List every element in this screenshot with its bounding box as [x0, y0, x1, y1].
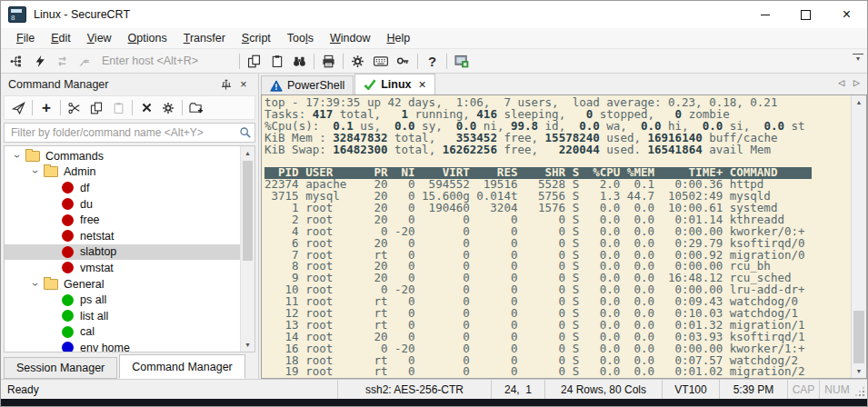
menu-view[interactable]: View [79, 30, 120, 46]
folder-icon [44, 166, 58, 177]
tree-item-du[interactable]: du [5, 196, 240, 213]
status-num-lock: NUM [819, 380, 854, 399]
tab-scroll-right-icon[interactable]: ▷ [853, 78, 860, 87]
tab-command-manager[interactable]: Command Manager [119, 354, 244, 379]
menu-options[interactable]: Options [120, 30, 175, 46]
find-icon[interactable] [288, 51, 311, 72]
help-icon[interactable]: ? [421, 51, 444, 72]
app-icon [8, 6, 26, 23]
tree-item-ps-all[interactable]: ps all [5, 292, 240, 308]
tree-item-label: cal [80, 325, 95, 338]
key-icon[interactable] [392, 51, 414, 72]
menu-help[interactable]: Help [378, 30, 418, 46]
copy-icon[interactable] [243, 51, 265, 72]
toolbar-overflow-icon[interactable]: ▾ [853, 54, 863, 64]
expand-chevron-icon[interactable]: › [11, 149, 24, 164]
scrollbar-thumb[interactable] [243, 161, 253, 261]
command-dot-icon [62, 294, 74, 306]
tree-item-vmstat[interactable]: vmstat [5, 260, 240, 276]
menu-transfer[interactable]: Transfer [175, 30, 234, 46]
connect-icon[interactable] [5, 51, 28, 72]
session-window-icon[interactable] [450, 51, 473, 72]
tab-close-icon[interactable]: × [419, 77, 426, 92]
toolbar-separator [446, 54, 447, 69]
terminal-scrollbar[interactable]: ▲ ▼ [851, 95, 866, 378]
terminal-screen[interactable]: top - 17:39:35 up 42 days, 1:06, 7 users… [262, 95, 851, 378]
panel-close-icon[interactable]: × [234, 75, 253, 94]
command-dot-icon [62, 246, 74, 258]
main-area: Command Manager × + [1, 74, 867, 379]
command-toolbar: + [4, 95, 255, 120]
copy-icon[interactable] [85, 98, 107, 117]
maximize-button[interactable] [785, 1, 826, 28]
status-caps-lock: CAP [787, 380, 819, 399]
tree-scrollbar[interactable]: ▲ ▼ [240, 146, 254, 352]
tree-item-env-home[interactable]: env home [5, 340, 240, 352]
terminal-line: 19 root rt 0 0 0 0 S 0.0 0.0 0:01.02 mig… [264, 366, 851, 378]
tab-scroll-left-icon[interactable]: ◁ [838, 78, 844, 87]
title-bar: Linux - SecureCRT × [1, 1, 867, 28]
reconnect-icon[interactable] [51, 51, 74, 72]
filter-box [4, 123, 255, 143]
new-folder-icon[interactable] [185, 98, 207, 117]
menu-script[interactable]: Script [234, 30, 279, 46]
scroll-down-icon[interactable]: ▼ [241, 338, 254, 352]
tree-item-cal[interactable]: cal [5, 324, 240, 341]
status-cipher: ssh2: AES-256-CTR [337, 380, 491, 399]
tab-session-manager[interactable]: Session Manager [4, 357, 117, 379]
pin-icon[interactable] [216, 75, 234, 94]
add-command-icon[interactable]: + [35, 98, 57, 117]
tree-item-Admin[interactable]: ›Admin [5, 164, 240, 181]
tree-item-netstat[interactable]: netstat [5, 228, 240, 244]
scroll-down-icon[interactable]: ▼ [852, 364, 866, 378]
warning-triangle-icon [270, 80, 283, 92]
menu-window[interactable]: Window [322, 30, 378, 46]
tree-item-label: vmstat [80, 262, 114, 274]
print-icon[interactable] [317, 51, 340, 72]
resize-grip[interactable] [854, 380, 867, 399]
tree-item-General[interactable]: ›General [5, 276, 240, 293]
tree-item-label: ps all [80, 293, 106, 306]
toolbar-separator [239, 54, 240, 69]
tab-label: Linux [381, 78, 411, 91]
status-emulation: VT100 [662, 380, 719, 399]
scroll-up-icon[interactable]: ▲ [852, 95, 866, 109]
paste-icon[interactable] [107, 98, 129, 117]
tree-item-label: Commands [45, 150, 104, 163]
toolbar-separator [32, 100, 33, 115]
tree-item-df[interactable]: df [5, 180, 240, 196]
menu-file[interactable]: File [8, 30, 43, 46]
minimize-button[interactable] [744, 1, 785, 28]
tab-linux[interactable]: Linux × [354, 74, 435, 94]
paste-icon[interactable] [265, 51, 288, 72]
quick-connect-icon[interactable] [28, 51, 51, 72]
quick-connect-host-input[interactable] [100, 54, 236, 68]
scroll-up-icon[interactable]: ▲ [241, 146, 254, 160]
scrollbar-thumb[interactable] [853, 311, 864, 363]
send-command-icon[interactable] [7, 98, 29, 117]
disconnect-icon[interactable] [74, 51, 96, 72]
tree-item-Commands[interactable]: ›Commands [5, 148, 240, 164]
expand-chevron-icon[interactable]: › [29, 164, 42, 179]
session-options-gear-icon[interactable] [346, 51, 369, 72]
delete-icon[interactable] [135, 98, 157, 117]
tree-item-free[interactable]: free [5, 212, 240, 228]
menu-bar: FileEditViewOptionsTransferScriptToolsWi… [1, 28, 867, 48]
close-button[interactable]: × [826, 1, 867, 28]
toolbar-separator [60, 100, 61, 115]
cut-icon[interactable] [64, 98, 85, 117]
filter-input[interactable] [9, 125, 239, 140]
tab-powershell[interactable]: PowerShell [261, 75, 354, 94]
tree-item-list-all[interactable]: list all [5, 308, 240, 324]
keymap-keyboard-icon[interactable] [369, 51, 392, 72]
status-cursor-position: 24, 1 [491, 380, 544, 399]
menu-edit[interactable]: Edit [43, 30, 79, 46]
command-options-gear-icon[interactable] [157, 98, 179, 117]
menu-tools[interactable]: Tools [279, 30, 322, 46]
expand-chevron-icon[interactable]: › [29, 277, 42, 292]
tree-item-label: env home [80, 342, 130, 352]
tree-item-slabtop[interactable]: slabtop [5, 244, 240, 261]
sidebar-tabs: Session Manager Command Manager [1, 354, 258, 379]
window-bottom-edge [1, 399, 867, 406]
search-icon[interactable] [239, 126, 252, 139]
